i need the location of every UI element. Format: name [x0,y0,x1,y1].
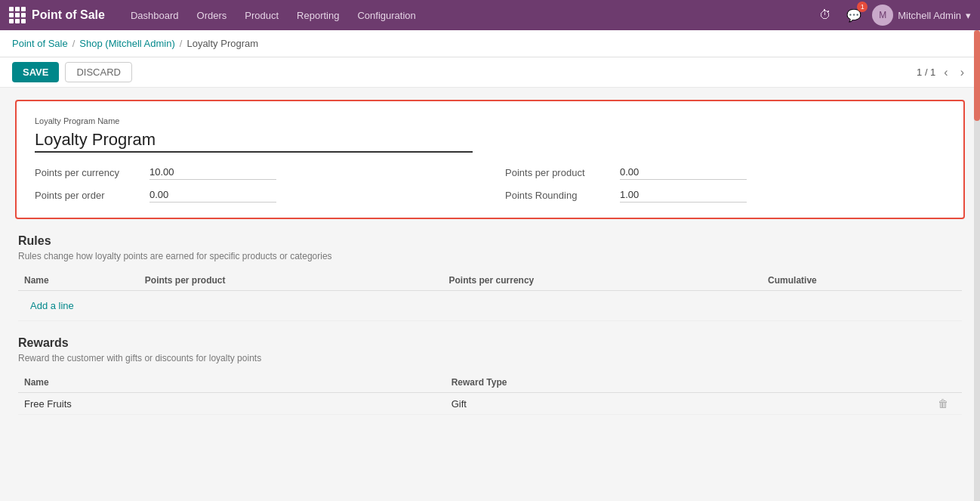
points-rounding-label: Points Rounding [505,190,611,201]
points-per-product-label: Points per product [505,167,611,178]
action-bar-left: SAVE DISCARD [12,62,132,82]
scrollbar[interactable] [974,30,980,498]
menu-orders[interactable]: Orders [190,7,235,24]
form-card: Loyalty Program Name Points per currency… [15,100,965,219]
scrollbar-thumb[interactable] [974,30,980,121]
app-title: Point of Sale [32,8,105,22]
next-page-button[interactable]: › [957,64,968,81]
topnav-right: ⏱ 💬 1 M Mitchell Admin ▾ [815,5,971,26]
chat-badge: 1 [857,2,868,12]
app-logo[interactable]: Point of Sale [9,7,105,23]
rules-section: Rules Rules change how loyalty points ar… [15,234,965,321]
chat-button[interactable]: 💬 1 [843,5,864,26]
fields-left: Points per currency Points per order [35,165,475,203]
field-points-rounding: Points Rounding [505,187,945,203]
breadcrumb-sep-1: / [72,38,76,49]
main-content: Loyalty Program Name Points per currency… [0,88,980,498]
user-menu[interactable]: M Mitchell Admin ▾ [872,5,971,26]
points-per-product-input[interactable] [620,165,747,180]
breadcrumb-pos[interactable]: Point of Sale [12,38,68,49]
points-per-order-label: Points per order [35,190,140,201]
rules-col-points-per-currency: Points per currency [443,271,763,291]
field-points-per-order: Points per order [35,187,475,203]
add-rule-line[interactable]: Add a line [24,295,80,316]
menu-product[interactable]: Product [237,7,286,24]
points-per-currency-label: Points per currency [35,167,140,178]
breadcrumb-current: Loyalty Program [186,38,258,49]
menu-reporting[interactable]: Reporting [289,7,347,24]
delete-reward-icon[interactable]: 🗑 [938,397,948,410]
points-per-currency-input[interactable] [149,165,276,180]
discard-button[interactable]: DISCARD [65,62,132,82]
reward-name: Free Fruits [18,393,445,415]
rewards-title: Rewards [18,336,962,350]
topnav: Point of Sale Dashboard Orders Product R… [0,0,980,30]
breadcrumb: Point of Sale / Shop (Mitchell Admin) / … [12,38,968,49]
rewards-col-type: Reward Type [445,373,932,393]
fields-right: Points per product Points Rounding [505,165,945,203]
reward-type: Gift [445,393,932,415]
program-name-input[interactable] [35,128,473,153]
rewards-section: Rewards Reward the customer with gifts o… [15,336,965,415]
grid-icon [9,7,26,23]
table-row: Free Fruits Gift 🗑 [18,393,962,415]
points-per-order-input[interactable] [149,187,276,203]
menu-dashboard[interactable]: Dashboard [123,7,186,24]
prev-page-button[interactable]: ‹ [940,64,951,81]
user-dropdown-icon: ▾ [966,10,971,21]
pagination-count: 1 / 1 [917,66,935,78]
program-name-label: Loyalty Program Name [35,116,945,125]
field-points-per-currency: Points per currency [35,165,475,180]
user-name: Mitchell Admin [898,10,961,21]
field-points-per-product: Points per product [505,165,945,180]
pagination: 1 / 1 ‹ › [917,64,968,81]
rules-col-name: Name [18,271,139,291]
menu-configuration[interactable]: Configuration [350,7,423,24]
rules-add-row: Add a line [18,291,962,321]
rewards-desc: Reward the customer with gifts or discou… [18,353,962,363]
rewards-table: Name Reward Type Free Fruits Gift 🗑 [18,373,962,415]
rules-col-points-per-product: Points per product [139,271,443,291]
top-menu: Dashboard Orders Product Reporting Confi… [123,7,815,24]
points-rounding-input[interactable] [620,187,747,203]
rules-col-cumulative: Cumulative [762,271,962,291]
breadcrumb-shop[interactable]: Shop (Mitchell Admin) [79,38,174,49]
avatar: M [872,5,893,26]
action-bar: SAVE DISCARD 1 / 1 ‹ › [0,57,980,88]
save-button[interactable]: SAVE [12,62,59,82]
clock-icon-button[interactable]: ⏱ [815,5,836,26]
rules-title: Rules [18,234,962,248]
rules-desc: Rules change how loyalty points are earn… [18,251,962,261]
breadcrumb-sep-2: / [180,38,183,49]
fields-grid: Points per currency Points per order Poi… [35,165,945,203]
breadcrumb-bar: Point of Sale / Shop (Mitchell Admin) / … [0,30,980,57]
rewards-col-name: Name [18,373,445,393]
rules-table: Name Points per product Points per curre… [18,271,962,321]
